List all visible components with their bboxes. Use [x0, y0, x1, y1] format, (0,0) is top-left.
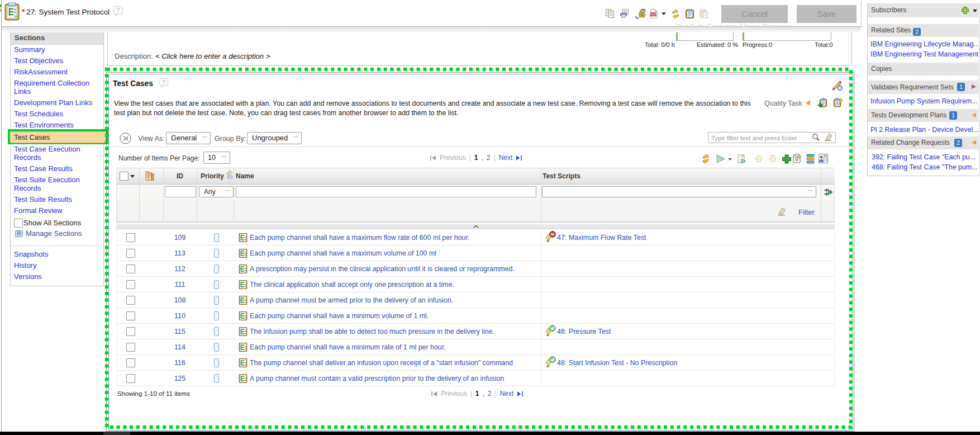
svg-text:PDF: PDF — [650, 13, 656, 16]
svg-text:?: ? — [116, 7, 120, 13]
svg-text:?: ? — [162, 79, 165, 86]
